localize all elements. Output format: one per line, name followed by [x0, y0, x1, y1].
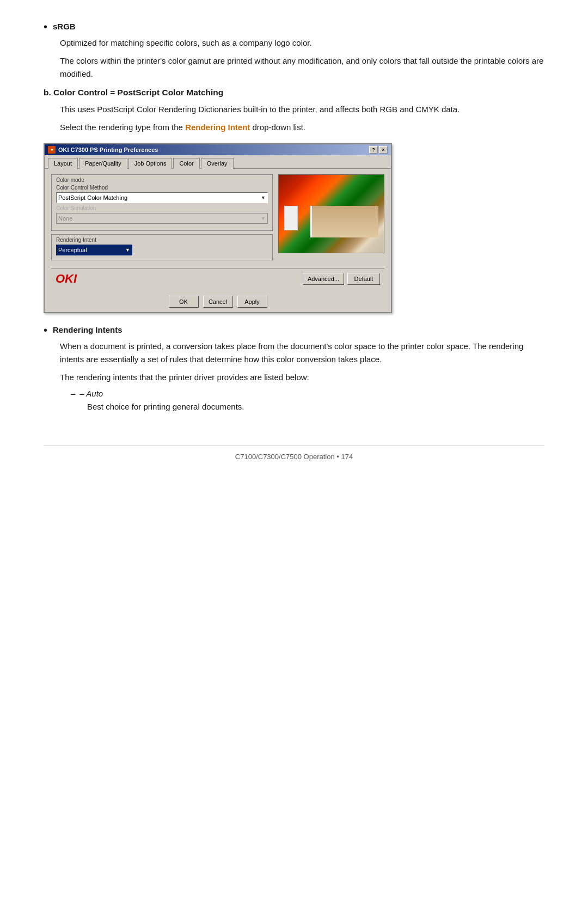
rendering-intents-section: • Rendering Intents When a document is p… [44, 325, 544, 413]
close-btn[interactable]: × [379, 146, 388, 154]
postscript-value: PostScript Color Matching [58, 194, 127, 201]
apply-button[interactable]: Apply [237, 296, 267, 308]
para2-suffix: drop-down list. [250, 123, 305, 132]
dropdown-arrow-1: ▼ [261, 195, 266, 200]
tab-color[interactable]: Color [173, 158, 199, 169]
rendering-intents-para2: The rendering intents that the printer d… [60, 371, 544, 383]
rendering-intents-para1: When a document is printed, a conversion… [60, 340, 544, 365]
titlebar-right: ? × [369, 146, 388, 154]
oki-logo: OKI [56, 272, 77, 286]
page-content: • sRGB Optimized for matching specific c… [44, 22, 544, 461]
cancel-button[interactable]: Cancel [203, 296, 233, 308]
footer-text: C7100/C7300/C7500 Operation • 174 [235, 453, 353, 461]
dialog-left-panel: Color mode Color Control Method PostScri… [51, 174, 273, 264]
advanced-button[interactable]: Advanced... [303, 273, 344, 285]
auto-desc-block: Best choice for printing general documen… [87, 400, 544, 413]
postscript-dropdown[interactable]: PostScript Color Matching ▼ [56, 192, 268, 203]
tab-overlay[interactable]: Overlay [201, 158, 234, 169]
oki-icon: ✦ [48, 146, 56, 154]
dialog-right-panel [278, 174, 384, 264]
tab-job-options[interactable]: Job Options [128, 158, 173, 169]
rendering-intents-bullet: • Rendering Intents [44, 325, 544, 337]
dialog-tabs: Layout Paper/Quality Job Options Color O… [45, 155, 391, 169]
rendering-intents-dot: • [44, 324, 47, 337]
color-control-para2: Select the rendering type from the Rende… [60, 121, 544, 133]
rendering-intent-dropdown[interactable]: Perceptual ▼ [56, 245, 132, 255]
dropdown-arrow-3: ▼ [125, 247, 130, 253]
dialog-titlebar: ✦ OKI C7300 PS Printing Preferences ? × [45, 144, 391, 155]
perceptual-value: Perceptual [58, 247, 87, 253]
titlebar-left: ✦ OKI C7300 PS Printing Preferences [48, 146, 158, 154]
dialog-main-row: Color mode Color Control Method PostScri… [51, 174, 384, 264]
auto-label: – Auto [79, 389, 103, 398]
color-control-para1: This uses PostScript Color Rendering Dic… [60, 103, 544, 115]
rendering-intent-label: Rendering Intent [56, 237, 268, 243]
srgb-para2: The colors within the printer's color ga… [60, 54, 544, 80]
color-control-indent: This uses PostScript Color Rendering Dic… [60, 103, 544, 134]
preview-image [278, 174, 384, 253]
auto-desc: Best choice for printing general documen… [87, 400, 544, 413]
dialog-bottom-row: OKI Advanced... Default [51, 268, 384, 288]
rendering-intents-label: Rendering Intents [53, 325, 122, 334]
color-control-method-label: Color Control Method [56, 185, 268, 191]
default-button[interactable]: Default [347, 273, 380, 285]
color-control-heading-block: b. Color Control = PostScript Color Matc… [44, 88, 544, 134]
srgb-indent-block: Optimized for matching specific colors, … [60, 36, 544, 80]
srgb-bullet-item: • sRGB [44, 22, 544, 33]
ok-button[interactable]: OK [169, 296, 199, 308]
rendering-intents-indent: When a document is printed, a conversion… [60, 340, 544, 413]
para2-prefix: Select the rendering type from the [60, 123, 185, 132]
auto-dash: – [71, 389, 75, 398]
color-mode-fieldset: Color mode Color Control Method PostScri… [51, 174, 273, 231]
auto-sub-bullet: – – Auto [71, 389, 544, 398]
dropdown-arrow-2: ▼ [261, 216, 266, 221]
color-control-heading: b. Color Control = PostScript Color Matc… [44, 88, 544, 97]
srgb-para1: Optimized for matching specific colors, … [60, 36, 544, 49]
none-value: None [58, 215, 72, 222]
question-btn[interactable]: ? [369, 146, 378, 154]
color-simulation-dropdown: None ▼ [56, 213, 268, 224]
dialog-container: ✦ OKI C7300 PS Printing Preferences ? × … [44, 143, 392, 313]
dialog-body: Color mode Color Control Method PostScri… [45, 169, 391, 294]
srgb-bullet-dot: • [44, 21, 47, 33]
color-mode-label: Color mode [56, 177, 268, 183]
dialog-button-group: Advanced... Default [303, 273, 380, 285]
rendering-intent-fieldset: Rendering Intent Perceptual ▼ [51, 234, 273, 260]
dialog-footer: OK Cancel Apply [45, 294, 391, 312]
tab-layout[interactable]: Layout [48, 158, 78, 169]
page-footer: C7100/C7300/C7500 Operation • 174 [44, 446, 544, 461]
color-simulation-label: Color Simulation [56, 205, 268, 211]
rendering-intent-highlight: Rendering Intent [185, 123, 250, 132]
dialog-title: OKI C7300 PS Printing Preferences [58, 147, 158, 153]
tab-paper-quality[interactable]: Paper/Quality [79, 158, 127, 169]
srgb-bullet-label: sRGB [53, 22, 76, 31]
